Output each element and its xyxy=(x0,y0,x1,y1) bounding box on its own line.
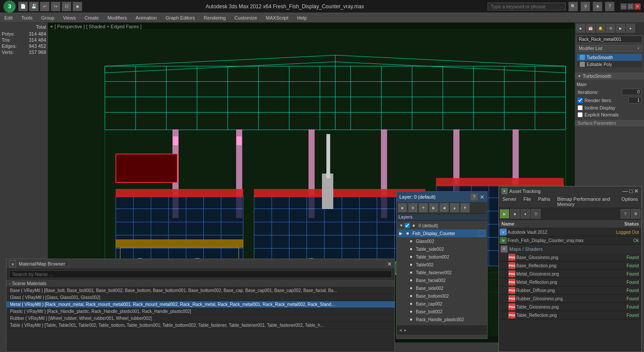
menu-customize[interactable]: Customize xyxy=(230,14,262,21)
asset-menu-server[interactable]: Server xyxy=(499,196,520,208)
layer-item-glass002[interactable]: ■ Glass002 xyxy=(398,237,486,245)
menu-create[interactable]: Create xyxy=(80,14,103,21)
close-button[interactable]: ✕ xyxy=(634,3,641,10)
asset-close-btn[interactable]: ✕ xyxy=(634,188,639,194)
modifier-editable-poly[interactable]: Editable Poly xyxy=(577,61,642,68)
layers-tb-1[interactable]: ■ xyxy=(398,203,407,213)
asset-minimize-btn[interactable]: — xyxy=(622,188,628,194)
asset-tb-3[interactable]: ● xyxy=(521,209,530,219)
layers-tb-7[interactable]: ▼ xyxy=(460,203,470,213)
object-name-input[interactable] xyxy=(577,36,642,43)
layers-close-btn[interactable]: ✕ xyxy=(480,193,485,201)
asset-tb-1[interactable]: ▶ xyxy=(500,209,509,219)
asset-tracking-title[interactable]: ■ Asset Tracking — □ ✕ xyxy=(499,186,641,196)
layer-item-base-bottom002[interactable]: ■ Base_bottom002 xyxy=(398,292,486,300)
asset-row-table-reflection[interactable]: PNG Table_Reflection.png Found xyxy=(499,311,641,319)
material-row-table[interactable]: Table ( VRayMtl ) [Table, Table001, Tabl… xyxy=(7,322,395,329)
search2-icon[interactable]: ⚲ xyxy=(581,2,590,11)
minimize-button[interactable]: — xyxy=(621,3,627,10)
material-row-glass[interactable]: Glass ( VRayMtl ) [Glass, Glass001, Glas… xyxy=(7,294,395,301)
asset-maximize-btn[interactable]: □ xyxy=(629,188,633,194)
menu-help[interactable]: Help xyxy=(293,14,312,21)
asset-row-rubber-glossiness[interactable]: PNG Rubber_Glossiness.png Found xyxy=(499,295,641,303)
asset-row-rubber-diffuse[interactable]: PNG Rubber_Diffuse.png Found xyxy=(499,286,641,295)
search-icon[interactable]: 🔍 xyxy=(568,2,578,11)
render-iters-input[interactable] xyxy=(628,97,641,103)
modifier-list-dropdown[interactable]: Modifier List ▼ xyxy=(577,45,642,52)
layer-item-table-side002[interactable]: ■ Table_side002 xyxy=(398,245,486,253)
layer-item-base-cap002[interactable]: ■ Base_cap002 xyxy=(398,300,486,308)
layers-tb-4[interactable]: ▶ xyxy=(429,203,438,213)
asset-tb-2[interactable]: ■ xyxy=(510,209,520,219)
search-input[interactable] xyxy=(488,3,566,10)
layers-tb-5[interactable]: ◀ xyxy=(439,203,449,213)
layer-item-base-side002[interactable]: ■ Base_side002 xyxy=(398,284,486,292)
restore-button[interactable]: □ xyxy=(627,3,634,10)
panel-btn-6[interactable]: ● xyxy=(626,23,635,33)
save-btn[interactable]: 💾 xyxy=(29,2,39,11)
asset-menu-options[interactable]: Options xyxy=(618,196,641,208)
bookmark-icon[interactable]: ★ xyxy=(593,2,602,11)
asset-row-vault[interactable]: V Autodesk Vault 2012 Logged Out xyxy=(499,228,641,236)
layers-help-btn[interactable]: ? xyxy=(470,193,478,201)
material-search-input[interactable] xyxy=(9,270,392,278)
menu-views[interactable]: Views xyxy=(59,14,80,21)
layer-item-table-bottom002[interactable]: ■ Table_bottom002 xyxy=(398,253,486,261)
panel-btn-3[interactable]: 🔔 xyxy=(596,23,605,33)
menu-tools[interactable]: Tools xyxy=(17,14,37,21)
panel-btn-2[interactable]: 📅 xyxy=(586,23,595,33)
grid-btn[interactable]: ☷ xyxy=(62,2,71,11)
layer-item-base-facial002[interactable]: ■ Base_facial002 xyxy=(398,276,486,284)
scene-materials-header[interactable]: - Scene Materials xyxy=(7,280,395,287)
asset-row-metal-reflection[interactable]: PNG Metal_Reflection.png Found xyxy=(499,278,641,286)
material-row-metal[interactable]: Metal ( VRayMtl ) [Rack_mount_metal, Rac… xyxy=(7,301,395,308)
layer-item-table-fastener002[interactable]: ■ Table_fastener002 xyxy=(398,269,486,276)
open-btn[interactable]: 📄 xyxy=(18,2,28,11)
asset-row-base-glossiness[interactable]: PNG Base_Glossiness.png Found xyxy=(499,253,641,262)
menu-graph-editors[interactable]: Graph Editors xyxy=(161,14,199,21)
layers-title-bar[interactable]: Layer: 0 (default) ? ✕ xyxy=(397,192,487,202)
asset-tb-help[interactable]: ? xyxy=(621,209,630,219)
menu-maxscript[interactable]: MAXScript xyxy=(262,14,293,21)
surface-params-btn[interactable]: Surface Parameters xyxy=(575,120,644,126)
asset-tb-4[interactable]: ☷ xyxy=(531,209,541,219)
layer-item-rack-handle002[interactable]: ■ Rack_Handle_plastic002 xyxy=(398,315,486,323)
menu-edit[interactable]: Edit xyxy=(0,14,17,21)
material-row-rubber[interactable]: Rubber ( VRayMtl ) [Wheel_rubber, Wheel_… xyxy=(7,315,395,322)
panel-btn-1[interactable]: ■ xyxy=(576,23,585,33)
layer-default-check[interactable] xyxy=(405,223,410,228)
material-browser-close[interactable]: ✕ xyxy=(387,261,392,267)
isoline-checkbox[interactable] xyxy=(578,105,583,110)
asset-row-base-reflection[interactable]: PNG Base_Reflection.png Found xyxy=(499,262,641,270)
menu-modifiers[interactable]: Modifiers xyxy=(103,14,131,21)
asset-menu-bitmap[interactable]: Bitmap Performance and Memory xyxy=(554,196,618,208)
redo-btn[interactable]: ↪ xyxy=(51,2,60,11)
panel-btn-4[interactable]: ⚙ xyxy=(606,23,615,33)
panel-btn-5[interactable]: ▶ xyxy=(616,23,625,33)
material-browser-title[interactable]: ■ Material/Map Browser ✕ xyxy=(7,259,395,269)
layers-tb-6[interactable]: ▲ xyxy=(450,203,459,213)
help-icon[interactable]: ? xyxy=(605,2,614,11)
explicit-normals-checkbox[interactable] xyxy=(578,112,583,117)
asset-row-metal-glossiness[interactable]: PNG Metal_Glossiness.png Found xyxy=(499,270,641,278)
layer-item-rack-mount002[interactable]: ■ Rack_mount_metal002 xyxy=(398,323,486,325)
layers-tb-add[interactable]: + xyxy=(418,203,428,213)
render-iters-checkbox[interactable] xyxy=(578,98,583,103)
layer-item-table002[interactable]: ■ Table002 xyxy=(398,261,486,269)
cube-btn[interactable]: ■ xyxy=(73,2,82,11)
menu-group[interactable]: Group xyxy=(37,14,59,21)
layer-item-base-bolt002[interactable]: ■ Base_bolt002 xyxy=(398,308,486,315)
asset-row-maxfile[interactable]: M Fresh_Fish_Display_Counter_vray.max Ok xyxy=(499,236,641,245)
layer-item-fish-display[interactable]: ▶ ■ Fish_Display_Counter xyxy=(398,229,486,237)
asset-menu-file[interactable]: File xyxy=(520,196,534,208)
layers-tb-delete[interactable]: ✕ xyxy=(408,203,418,213)
material-row-plastic[interactable]: Plastic ( VRayMtl ) [Rack_Handle_plastic… xyxy=(7,308,395,315)
asset-tb-settings[interactable]: ⚙ xyxy=(631,209,641,219)
undo-btn[interactable]: ↩ xyxy=(40,2,50,11)
asset-menu-paths[interactable]: Paths xyxy=(534,196,554,208)
modifier-turbosmooth[interactable]: TurboSmooth xyxy=(577,54,642,61)
layer-item-default[interactable]: ▼ ■ 0 (default) xyxy=(398,222,486,229)
menu-rendering[interactable]: Rendering xyxy=(199,14,230,21)
asset-row-table-glossiness[interactable]: PNG Table_Glossiness.png Found xyxy=(499,303,641,311)
material-row-base[interactable]: Base ( VRayMtl ) [Base_bolt, Base_bolt00… xyxy=(7,287,395,294)
